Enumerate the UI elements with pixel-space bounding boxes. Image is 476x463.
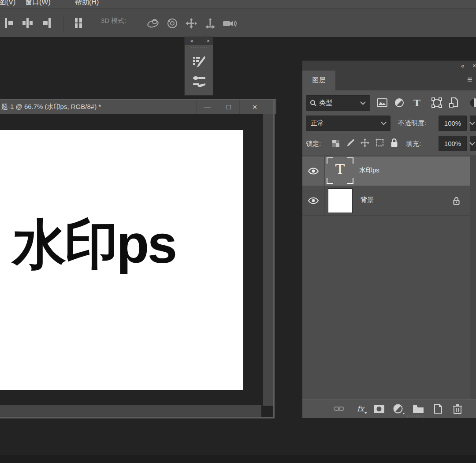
align-left-icon[interactable] — [3, 16, 15, 30]
chevron-down-icon — [381, 119, 387, 125]
close-panel-icon[interactable]: × — [207, 38, 210, 44]
3d-pan-icon[interactable] — [184, 16, 199, 30]
lock-label: 锁定: — [306, 140, 321, 148]
filter-kind-value: 类型 — [319, 99, 332, 107]
layer-name[interactable]: 水印ps — [359, 166, 379, 175]
brush-settings-icon[interactable] — [192, 54, 207, 69]
opacity-dropdown-button[interactable] — [470, 116, 476, 131]
menu-help[interactable]: 帮助(H) — [75, 0, 99, 7]
visibility-cell[interactable] — [302, 186, 325, 215]
layer-row-background[interactable]: 背景 — [302, 186, 470, 215]
app-bottom-strip — [0, 455, 476, 463]
close-button[interactable]: × — [239, 100, 270, 114]
document-titlebar[interactable]: 题-1 @ 66.7% (水印ps, RGB/8#) * — □ × — [0, 99, 276, 114]
layer-list: T 水印ps 背景 — [302, 155, 476, 399]
tab-layers[interactable]: 图层 — [302, 71, 335, 90]
chevron-down-icon — [469, 140, 475, 146]
filter-adjustment-layers-icon[interactable] — [394, 97, 405, 108]
3d-roll-icon[interactable] — [165, 16, 180, 30]
layer-list-scrollbar[interactable] — [470, 155, 476, 399]
layer-lock-icon — [452, 196, 460, 205]
minimize-button[interactable]: — — [196, 100, 218, 114]
layers-tab-row: 图层 ≡ — [302, 71, 476, 90]
chevron-down-icon — [469, 119, 475, 125]
horizontal-scrollbar[interactable] — [0, 405, 261, 417]
brush-panel-header: » × — [185, 37, 213, 45]
panel-resize-grip[interactable] — [407, 415, 425, 417]
collapse-panel-icon[interactable]: « — [461, 62, 465, 69]
row-divider — [302, 215, 470, 216]
fill-input[interactable]: 100% — [439, 136, 467, 151]
type-layer-thumb-letter: T — [327, 161, 353, 178]
fill-dropdown-button[interactable] — [470, 136, 476, 151]
layer-thumbnail-type[interactable]: T — [327, 157, 353, 184]
expand-panel-icon[interactable]: » — [190, 38, 193, 44]
layer-name[interactable]: 背景 — [361, 196, 374, 204]
blend-mode-value: 正常 — [311, 119, 324, 127]
brush-presets-icon[interactable] — [192, 75, 207, 90]
menu-window[interactable]: 窗口(W) — [25, 0, 51, 7]
layers-bottom-bar: fx — [302, 399, 476, 418]
3d-orbit-icon[interactable] — [145, 16, 160, 30]
3d-slide-icon[interactable] — [203, 16, 218, 30]
3d-camera-icon[interactable] — [221, 16, 238, 30]
layer-style-fx-icon[interactable]: fx — [354, 403, 367, 414]
lock-position-icon[interactable] — [360, 138, 370, 148]
filter-pixel-layers-icon[interactable] — [376, 97, 388, 108]
document-title: 题-1 @ 66.7% (水印ps, RGB/8#) * — [1, 103, 101, 111]
close-panel-icon[interactable]: × — [472, 62, 476, 69]
lock-artboard-icon[interactable] — [375, 138, 385, 148]
filter-type-layers-icon[interactable]: T — [412, 97, 422, 108]
lock-all-icon[interactable] — [390, 138, 398, 148]
filter-toggle-icon[interactable] — [469, 97, 476, 108]
panel-grip[interactable] — [191, 47, 208, 48]
align-center-icon[interactable] — [21, 16, 33, 30]
selection-corner — [327, 178, 333, 184]
fill-label: 填充: — [406, 140, 421, 148]
menu-view[interactable]: 图(V) — [0, 0, 15, 7]
vertical-scrollbar[interactable] — [263, 114, 273, 406]
3d-mode-label: 3D 模式: — [101, 17, 126, 25]
lock-transparency-icon[interactable] — [331, 139, 340, 148]
eye-icon — [308, 168, 319, 175]
new-layer-icon[interactable] — [432, 403, 444, 414]
eye-icon — [308, 197, 319, 204]
new-group-icon[interactable] — [412, 404, 424, 414]
opacity-input[interactable]: 100% — [439, 116, 467, 131]
document-window: 题-1 @ 66.7% (水印ps, RGB/8#) * — □ × 水印ps — [0, 99, 276, 419]
distribute-icon[interactable] — [72, 16, 85, 30]
document-canvas[interactable]: 水印ps — [0, 130, 243, 390]
window-border — [0, 417, 275, 418]
canvas-watermark-text: 水印ps — [12, 217, 175, 271]
layer-row-watermark[interactable]: T 水印ps — [302, 157, 470, 186]
filter-smart-objects-icon[interactable] — [449, 97, 459, 108]
filter-shape-layers-icon[interactable] — [431, 97, 443, 108]
brush-float-panel: » × — [184, 37, 213, 96]
align-right-icon[interactable] — [41, 16, 53, 30]
add-layer-mask-icon[interactable] — [373, 404, 385, 414]
menu-bar: 图(V) 窗口(W) 帮助(H) — [0, 0, 476, 8]
triangle-down-icon — [364, 412, 367, 414]
window-border — [273, 99, 275, 418]
delete-layer-icon[interactable] — [452, 403, 463, 414]
link-layers-icon[interactable] — [333, 404, 345, 414]
maximize-button[interactable]: □ — [218, 100, 239, 114]
layers-panel-topbar: « × — [302, 60, 476, 71]
blend-mode-dropdown[interactable]: 正常 — [306, 116, 390, 131]
fill-value: 100% — [444, 140, 461, 147]
divider — [63, 16, 63, 32]
layers-panel: « × 图层 ≡ 类型 T — [302, 60, 476, 418]
photoshop-app: 图(V) 窗口(W) 帮助(H) 3D 模式: — [0, 0, 476, 463]
fx-label: fx — [357, 404, 364, 413]
layer-thumbnail-background[interactable] — [328, 188, 353, 213]
options-bar: 3D 模式: — [0, 8, 476, 37]
selection-corner — [347, 178, 353, 184]
filter-kind-dropdown[interactable]: 类型 — [306, 95, 370, 111]
lock-pixels-brush-icon[interactable] — [346, 138, 355, 148]
search-icon — [310, 100, 317, 107]
triangle-down-icon — [402, 413, 405, 414]
visibility-cell[interactable] — [302, 157, 325, 186]
opacity-value: 100% — [444, 119, 461, 127]
panel-menu-icon[interactable]: ≡ — [467, 75, 472, 85]
new-adjustment-layer-icon[interactable] — [392, 403, 404, 414]
